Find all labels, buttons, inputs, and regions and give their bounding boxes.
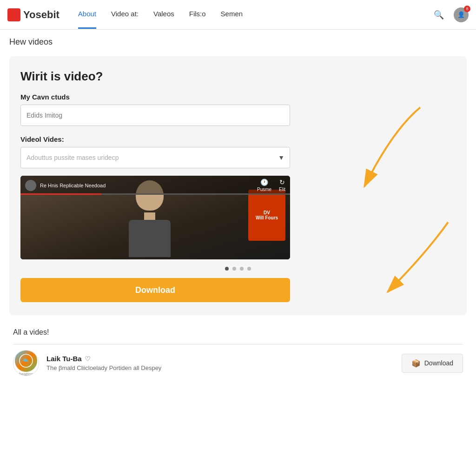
video-item-desc: The βmald Cliicloelady Portiden all Desp… — [46, 364, 394, 371]
nav-item-about[interactable]: About — [78, 10, 96, 20]
dot-2[interactable] — [232, 267, 236, 271]
video-top-bar: Re Hnis Replicable Needoad 🕐 Pusme ↻ Eli… — [20, 176, 290, 195]
download-icon: 📦 — [411, 359, 421, 368]
video-thumbnail[interactable]: DVWill Fours Re Hnis Replicable Needoad … — [20, 176, 290, 259]
nav-item-semen[interactable]: Semen — [221, 10, 243, 20]
section-label: All a vides! — [13, 328, 463, 337]
progress-bar-track — [20, 193, 290, 195]
avatar-label: 👤 — [457, 11, 465, 18]
channel-label: heatIns — [19, 372, 33, 376]
channel-icon — [25, 180, 36, 191]
carousel-dots — [20, 267, 456, 271]
logo-text: Yosebit — [23, 9, 60, 21]
bottom-section: All a vides! heatIns Laik Tu-Ba — [9, 328, 467, 382]
elit-label: Elit — [279, 187, 285, 192]
video-preview: DVWill Fours Re Hnis Replicable Needoad … — [20, 176, 290, 259]
page-title: Hew videos — [9, 37, 467, 47]
dot-1[interactable] — [225, 267, 229, 271]
dot-3[interactable] — [240, 267, 244, 271]
progress-bar-fill — [20, 193, 101, 195]
download-button-main[interactable]: Download — [20, 278, 290, 302]
arrow-top-annotation — [299, 103, 430, 233]
card-heading: Wirit is video? — [20, 69, 456, 84]
video-item-name: Laik Tu-Ba ♡ — [46, 355, 394, 363]
url-input[interactable] — [20, 105, 290, 126]
nav-item-video-at[interactable]: Video at: — [111, 10, 139, 20]
logo[interactable]: Yosebit — [7, 8, 60, 21]
heart-icon[interactable]: ♡ — [85, 355, 91, 363]
main-card: Wirit is video? My Cavn ctuds Videol Vid… — [9, 56, 467, 315]
channel-logo — [15, 350, 37, 372]
video-actions: 🕐 Pusme ↻ Elit — [257, 178, 285, 192]
quality-select-wrapper: Adouttus pussite mases uridecp ▼ — [20, 147, 290, 168]
quality-select[interactable]: Adouttus pussite mases uridecp — [20, 147, 290, 168]
share-icon: ↻ — [279, 178, 285, 186]
main-nav: About Video at: Valeos Fils:o Semen — [78, 10, 431, 20]
field2-label: Videol Vides: — [20, 135, 456, 143]
page-content: Hew videos Wirit is video? My Cavn ctuds… — [0, 30, 476, 389]
nav-item-valeos[interactable]: Valeos — [153, 10, 174, 20]
dot-4[interactable] — [247, 267, 251, 271]
pusme-label: Pusme — [257, 187, 271, 192]
video-info: Laik Tu-Ba ♡ The βmald Cliicloelady Port… — [46, 355, 394, 371]
channel-avatar: heatIns — [13, 350, 39, 376]
download-button-small[interactable]: 📦 Download — [402, 354, 463, 373]
list-item: heatIns Laik Tu-Ba ♡ The βmald Cliicloel… — [13, 344, 463, 382]
nav-item-filso[interactable]: Fils:o — [189, 10, 206, 20]
video-item-title: Re Hnis Replicable Needoad — [40, 183, 253, 188]
video-item-name-text: Laik Tu-Ba — [46, 355, 82, 363]
header: Yosebit About Video at: Valeos Fils:o Se… — [0, 0, 476, 30]
avatar-badge: 8 — [464, 6, 470, 12]
search-button[interactable]: 🔍 — [431, 7, 446, 22]
pusme-action[interactable]: 🕐 Pusme — [257, 178, 271, 192]
clock-icon: 🕐 — [260, 178, 268, 186]
download-small-label: Download — [424, 359, 453, 367]
avatar-button[interactable]: 👤 8 — [454, 7, 469, 22]
header-actions: 🔍 👤 8 — [431, 7, 469, 22]
elit-action[interactable]: ↻ Elit — [279, 178, 285, 192]
arrow-bottom-annotation — [350, 218, 453, 301]
field1-label: My Cavn ctuds — [20, 93, 456, 101]
logo-icon — [7, 8, 20, 21]
